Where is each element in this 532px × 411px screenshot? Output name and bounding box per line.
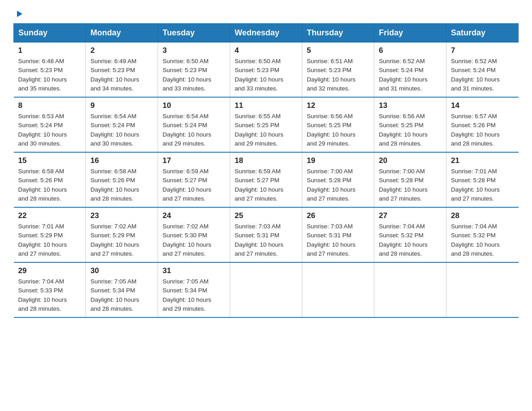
day-info: Sunrise: 7:04 AMSunset: 5:32 PMDaylight:… xyxy=(379,222,442,258)
calendar-cell: 15Sunrise: 6:58 AMSunset: 5:26 PMDayligh… xyxy=(14,152,86,207)
calendar-cell: 20Sunrise: 7:00 AMSunset: 5:28 PMDayligh… xyxy=(374,152,446,207)
logo-arrow-icon xyxy=(14,9,24,19)
day-info: Sunrise: 6:52 AMSunset: 5:24 PMDaylight:… xyxy=(379,57,442,93)
day-info: Sunrise: 6:52 AMSunset: 5:24 PMDaylight:… xyxy=(451,57,514,93)
calendar-cell: 27Sunrise: 7:04 AMSunset: 5:32 PMDayligh… xyxy=(374,207,446,262)
day-info: Sunrise: 6:48 AMSunset: 5:23 PMDaylight:… xyxy=(18,57,82,93)
day-number: 7 xyxy=(451,46,514,55)
calendar-cell xyxy=(374,262,446,317)
day-info: Sunrise: 7:00 AMSunset: 5:28 PMDaylight:… xyxy=(307,167,369,203)
logo xyxy=(13,9,24,19)
calendar-cell xyxy=(446,262,519,317)
day-info: Sunrise: 6:54 AMSunset: 5:24 PMDaylight:… xyxy=(90,112,153,148)
weekday-thursday: Thursday xyxy=(302,24,374,43)
weekday-sunday: Sunday xyxy=(14,24,86,43)
day-number: 28 xyxy=(451,211,514,220)
day-info: Sunrise: 6:56 AMSunset: 5:25 PMDaylight:… xyxy=(379,112,442,148)
day-info: Sunrise: 7:05 AMSunset: 5:34 PMDaylight:… xyxy=(163,277,225,313)
day-info: Sunrise: 6:50 AMSunset: 5:23 PMDaylight:… xyxy=(235,57,297,93)
day-info: Sunrise: 7:01 AMSunset: 5:28 PMDaylight:… xyxy=(451,167,514,203)
calendar-week-row: 15Sunrise: 6:58 AMSunset: 5:26 PMDayligh… xyxy=(14,152,519,207)
weekday-wednesday: Wednesday xyxy=(230,24,302,43)
calendar-cell: 18Sunrise: 6:59 AMSunset: 5:27 PMDayligh… xyxy=(230,152,302,207)
day-info: Sunrise: 7:03 AMSunset: 5:31 PMDaylight:… xyxy=(235,222,297,258)
day-info: Sunrise: 7:01 AMSunset: 5:29 PMDaylight:… xyxy=(18,222,82,258)
day-number: 3 xyxy=(163,46,225,55)
day-info: Sunrise: 7:04 AMSunset: 5:33 PMDaylight:… xyxy=(18,277,82,313)
calendar-cell: 31Sunrise: 7:05 AMSunset: 5:34 PMDayligh… xyxy=(158,262,230,317)
day-info: Sunrise: 6:54 AMSunset: 5:24 PMDaylight:… xyxy=(163,112,225,148)
calendar-cell: 21Sunrise: 7:01 AMSunset: 5:28 PMDayligh… xyxy=(446,152,519,207)
day-info: Sunrise: 6:56 AMSunset: 5:25 PMDaylight:… xyxy=(307,112,369,148)
calendar-cell: 7Sunrise: 6:52 AMSunset: 5:24 PMDaylight… xyxy=(446,43,519,98)
day-number: 6 xyxy=(379,46,442,55)
calendar-cell: 3Sunrise: 6:50 AMSunset: 5:23 PMDaylight… xyxy=(158,43,230,98)
calendar-cell: 11Sunrise: 6:55 AMSunset: 5:25 PMDayligh… xyxy=(230,97,302,152)
calendar-cell: 23Sunrise: 7:02 AMSunset: 5:29 PMDayligh… xyxy=(86,207,158,262)
day-number: 16 xyxy=(90,156,153,165)
day-number: 14 xyxy=(451,101,514,110)
day-number: 12 xyxy=(307,101,369,110)
calendar-cell: 6Sunrise: 6:52 AMSunset: 5:24 PMDaylight… xyxy=(374,43,446,98)
calendar-cell: 8Sunrise: 6:53 AMSunset: 5:24 PMDaylight… xyxy=(14,97,86,152)
svg-marker-0 xyxy=(17,11,22,17)
calendar-cell: 30Sunrise: 7:05 AMSunset: 5:34 PMDayligh… xyxy=(86,262,158,317)
calendar-table: SundayMondayTuesdayWednesdayThursdayFrid… xyxy=(13,23,519,318)
day-number: 23 xyxy=(90,211,153,220)
day-number: 31 xyxy=(163,266,225,275)
day-info: Sunrise: 6:58 AMSunset: 5:26 PMDaylight:… xyxy=(90,167,153,203)
day-info: Sunrise: 6:59 AMSunset: 5:27 PMDaylight:… xyxy=(235,167,297,203)
day-number: 19 xyxy=(307,156,369,165)
day-info: Sunrise: 6:50 AMSunset: 5:23 PMDaylight:… xyxy=(163,57,225,93)
day-info: Sunrise: 7:03 AMSunset: 5:31 PMDaylight:… xyxy=(307,222,369,258)
calendar-body: 1Sunrise: 6:48 AMSunset: 5:23 PMDaylight… xyxy=(14,43,519,318)
day-info: Sunrise: 6:49 AMSunset: 5:23 PMDaylight:… xyxy=(90,57,153,93)
calendar-cell: 24Sunrise: 7:02 AMSunset: 5:30 PMDayligh… xyxy=(158,207,230,262)
day-number: 24 xyxy=(163,211,225,220)
day-number: 13 xyxy=(379,101,442,110)
day-number: 10 xyxy=(163,101,225,110)
page-header xyxy=(13,9,519,19)
calendar-cell: 9Sunrise: 6:54 AMSunset: 5:24 PMDaylight… xyxy=(86,97,158,152)
calendar-cell: 22Sunrise: 7:01 AMSunset: 5:29 PMDayligh… xyxy=(14,207,86,262)
day-number: 30 xyxy=(90,266,153,275)
day-info: Sunrise: 7:00 AMSunset: 5:28 PMDaylight:… xyxy=(379,167,442,203)
calendar-cell: 1Sunrise: 6:48 AMSunset: 5:23 PMDaylight… xyxy=(14,43,86,98)
day-info: Sunrise: 6:53 AMSunset: 5:24 PMDaylight:… xyxy=(18,112,82,148)
day-number: 2 xyxy=(90,46,153,55)
day-number: 4 xyxy=(235,46,297,55)
calendar-cell: 13Sunrise: 6:56 AMSunset: 5:25 PMDayligh… xyxy=(374,97,446,152)
weekday-header-row: SundayMondayTuesdayWednesdayThursdayFrid… xyxy=(14,24,519,43)
day-number: 21 xyxy=(451,156,514,165)
day-info: Sunrise: 6:51 AMSunset: 5:23 PMDaylight:… xyxy=(307,57,369,93)
day-number: 27 xyxy=(379,211,442,220)
calendar-header: SundayMondayTuesdayWednesdayThursdayFrid… xyxy=(14,24,519,43)
day-number: 20 xyxy=(379,156,442,165)
day-number: 5 xyxy=(307,46,369,55)
calendar-cell: 12Sunrise: 6:56 AMSunset: 5:25 PMDayligh… xyxy=(302,97,374,152)
day-number: 26 xyxy=(307,211,369,220)
day-number: 15 xyxy=(18,156,82,165)
day-info: Sunrise: 6:58 AMSunset: 5:26 PMDaylight:… xyxy=(18,167,82,203)
calendar-cell: 2Sunrise: 6:49 AMSunset: 5:23 PMDaylight… xyxy=(86,43,158,98)
day-info: Sunrise: 6:59 AMSunset: 5:27 PMDaylight:… xyxy=(163,167,225,203)
calendar-cell: 10Sunrise: 6:54 AMSunset: 5:24 PMDayligh… xyxy=(158,97,230,152)
day-info: Sunrise: 7:04 AMSunset: 5:32 PMDaylight:… xyxy=(451,222,514,258)
calendar-cell: 19Sunrise: 7:00 AMSunset: 5:28 PMDayligh… xyxy=(302,152,374,207)
day-number: 1 xyxy=(18,46,82,55)
calendar-cell: 28Sunrise: 7:04 AMSunset: 5:32 PMDayligh… xyxy=(446,207,519,262)
calendar-cell: 14Sunrise: 6:57 AMSunset: 5:26 PMDayligh… xyxy=(446,97,519,152)
weekday-tuesday: Tuesday xyxy=(158,24,230,43)
calendar-week-row: 8Sunrise: 6:53 AMSunset: 5:24 PMDaylight… xyxy=(14,97,519,152)
day-number: 22 xyxy=(18,211,82,220)
day-info: Sunrise: 6:57 AMSunset: 5:26 PMDaylight:… xyxy=(451,112,514,148)
calendar-cell: 16Sunrise: 6:58 AMSunset: 5:26 PMDayligh… xyxy=(86,152,158,207)
calendar-cell xyxy=(230,262,302,317)
calendar-cell: 26Sunrise: 7:03 AMSunset: 5:31 PMDayligh… xyxy=(302,207,374,262)
calendar-week-row: 1Sunrise: 6:48 AMSunset: 5:23 PMDaylight… xyxy=(14,43,519,98)
day-number: 29 xyxy=(18,266,82,275)
day-number: 11 xyxy=(235,101,297,110)
day-info: Sunrise: 7:02 AMSunset: 5:29 PMDaylight:… xyxy=(90,222,153,258)
weekday-friday: Friday xyxy=(374,24,446,43)
day-info: Sunrise: 6:55 AMSunset: 5:25 PMDaylight:… xyxy=(235,112,297,148)
